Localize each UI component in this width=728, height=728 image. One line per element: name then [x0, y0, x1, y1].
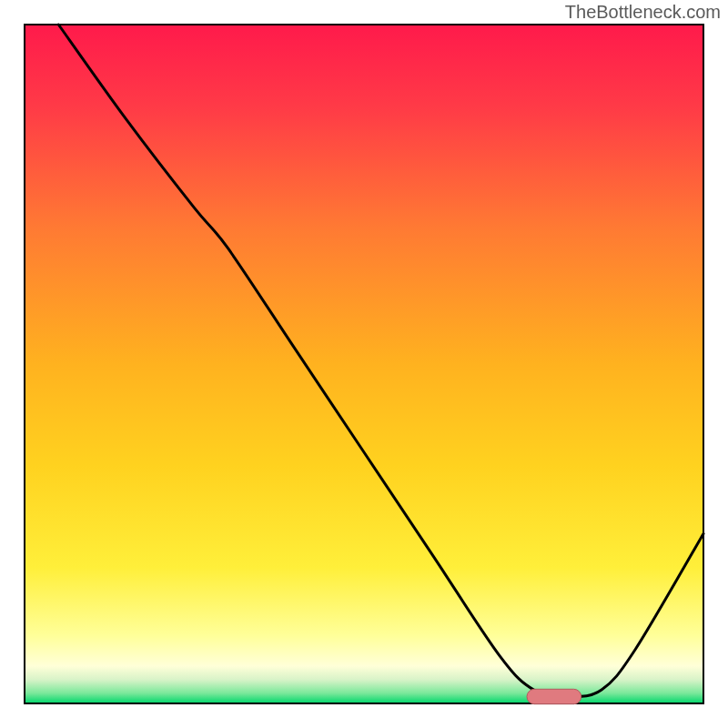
attribution-text: TheBottleneck.com: [565, 2, 721, 23]
chart-container: { "attribution": "TheBottleneck.com", "c…: [0, 0, 728, 728]
optimal-marker: [527, 689, 581, 703]
chart-svg: [0, 0, 728, 728]
plot-background: [25, 25, 703, 703]
